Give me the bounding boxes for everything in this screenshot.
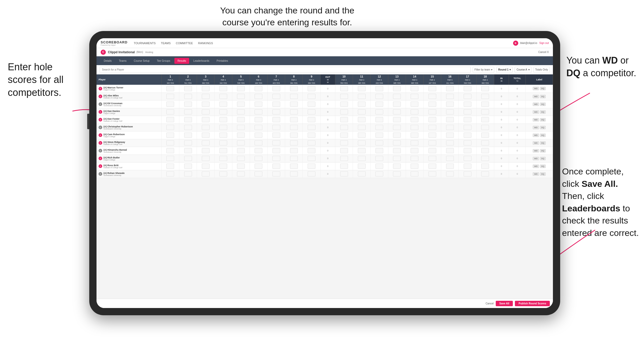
hole-1-score-input[interactable] [166,94,174,99]
hole-14-input-cell[interactable] [406,155,423,162]
hole-5-score-input[interactable] [237,140,245,145]
hole-12-score-input[interactable] [375,125,383,130]
hole-7-score-input[interactable] [272,117,280,122]
hole-1-input-cell[interactable] [161,162,179,170]
hole-16-input-cell[interactable] [441,93,459,100]
hole-12-score-input[interactable] [375,109,383,114]
hole-1-input-cell[interactable] [161,100,179,108]
hole-18-score-input[interactable] [481,164,489,169]
hole-7-input-cell[interactable] [268,170,285,178]
hole-1-input-cell[interactable] [161,124,179,131]
hole-10-input-cell[interactable] [335,100,353,108]
hole-9-score-input[interactable] [308,133,315,138]
hole-7-input-cell[interactable] [268,85,285,93]
wd-button[interactable]: WD [533,141,539,145]
dq-button[interactable]: DQ [540,103,546,106]
hole-15-score-input[interactable] [428,109,436,114]
hole-18-input-cell[interactable] [476,100,494,108]
hole-15-input-cell[interactable] [424,93,441,100]
hole-18-score-input[interactable] [481,133,489,138]
hole-9-input-cell[interactable] [303,85,320,93]
hole-13-score-input[interactable] [393,125,401,130]
hole-8-score-input[interactable] [290,156,298,161]
label-cell[interactable]: WD DQ [526,116,553,124]
hole-13-input-cell[interactable] [388,124,406,131]
hole-13-score-input[interactable] [393,148,401,153]
hole-14-score-input[interactable] [411,156,418,161]
hole-15-input-cell[interactable] [424,131,441,139]
hole-4-score-input[interactable] [219,86,227,91]
hole-5-input-cell[interactable] [232,131,250,139]
dq-button[interactable]: DQ [540,126,546,129]
hole-4-score-input[interactable] [219,140,227,145]
hole-18-input-cell[interactable] [476,116,494,124]
cancel-action-btn[interactable]: Cancel [486,302,494,305]
nav-tournaments[interactable]: TOURNAMENTS [134,42,156,45]
hole-4-score-input[interactable] [219,109,227,114]
hole-8-input-cell[interactable] [285,170,303,178]
hole-12-score-input[interactable] [375,140,383,145]
hole-17-score-input[interactable] [464,148,471,153]
hole-18-input-cell[interactable] [476,147,494,155]
course-selector[interactable]: Course A ▾ [515,67,531,73]
hole-10-input-cell[interactable] [335,93,353,100]
tab-teams[interactable]: Teams [116,58,130,64]
hole-18-input-cell[interactable] [476,131,494,139]
hole-4-input-cell[interactable] [214,108,232,116]
hole-12-score-input[interactable] [375,156,383,161]
hole-1-score-input[interactable] [166,140,174,145]
label-cell[interactable]: WD DQ [526,108,553,116]
hole-11-score-input[interactable] [358,125,366,130]
hole-7-score-input[interactable] [272,140,280,145]
hole-2-score-input[interactable] [184,109,192,114]
hole-14-input-cell[interactable] [406,131,423,139]
hole-11-score-input[interactable] [358,156,366,161]
hole-13-input-cell[interactable] [388,93,406,100]
hole-7-input-cell[interactable] [268,116,285,124]
dq-button[interactable]: DQ [540,87,546,90]
hole-6-score-input[interactable] [255,171,262,176]
hole-13-score-input[interactable] [393,133,401,138]
hole-6-score-input[interactable] [255,164,262,169]
label-cell[interactable]: WD DQ [526,124,553,131]
hole-5-input-cell[interactable] [232,147,250,155]
hole-18-input-cell[interactable] [476,155,494,162]
hole-8-score-input[interactable] [290,133,298,138]
hole-15-input-cell[interactable] [424,100,441,108]
hole-8-input-cell[interactable] [285,147,303,155]
hole-1-score-input[interactable] [166,156,174,161]
hole-14-input-cell[interactable] [406,170,423,178]
hole-4-input-cell[interactable] [214,100,232,108]
hole-11-score-input[interactable] [358,102,366,107]
hole-6-input-cell[interactable] [250,116,267,124]
hole-9-score-input[interactable] [308,117,315,122]
hole-7-score-input[interactable] [272,125,280,130]
hole-7-input-cell[interactable] [268,131,285,139]
dq-button[interactable]: DQ [540,141,546,145]
nav-committee[interactable]: COMMITTEE [176,42,193,45]
hole-10-score-input[interactable] [340,148,348,153]
hole-1-score-input[interactable] [166,148,174,153]
hole-18-score-input[interactable] [481,125,489,130]
hole-16-score-input[interactable] [446,102,454,107]
wd-button[interactable]: WD [533,126,539,129]
hole-14-score-input[interactable] [411,140,418,145]
hole-4-input-cell[interactable] [214,155,232,162]
hole-10-input-cell[interactable] [335,139,353,147]
hole-10-input-cell[interactable] [335,170,353,178]
hole-5-input-cell[interactable] [232,85,250,93]
hole-17-score-input[interactable] [464,133,471,138]
hole-3-input-cell[interactable] [197,131,214,139]
dq-button[interactable]: DQ [540,134,546,137]
hole-4-score-input[interactable] [219,156,227,161]
hole-8-score-input[interactable] [290,94,298,99]
hole-9-score-input[interactable] [308,125,315,130]
hole-8-score-input[interactable] [290,102,298,107]
hole-17-score-input[interactable] [464,140,471,145]
hole-11-score-input[interactable] [358,86,366,91]
hole-13-score-input[interactable] [393,94,401,99]
hole-4-score-input[interactable] [219,125,227,130]
hole-6-input-cell[interactable] [250,100,267,108]
hole-3-score-input[interactable] [202,156,210,161]
hole-14-input-cell[interactable] [406,124,423,131]
